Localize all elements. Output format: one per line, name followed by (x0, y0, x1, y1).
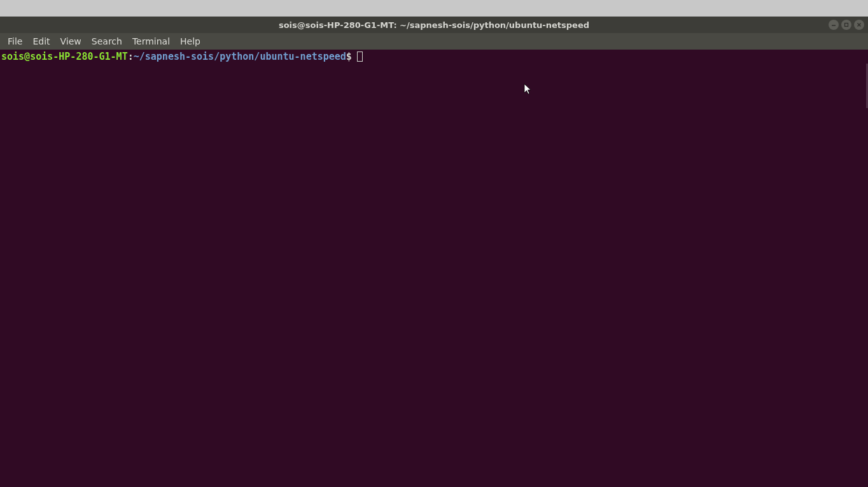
prompt-path: ~/sapnesh-sois/python/ubuntu-netspeed (134, 51, 346, 62)
window-title: sois@sois-HP-280-G1-MT: ~/sapnesh-sois/p… (279, 20, 589, 30)
prompt-colon: : (128, 51, 134, 62)
menu-help[interactable]: Help (175, 34, 206, 48)
svg-rect-1 (845, 24, 848, 27)
menu-view[interactable]: View (55, 34, 87, 48)
close-button[interactable] (854, 20, 864, 30)
menu-bar: File Edit View Search Terminal Help (0, 33, 868, 50)
menu-edit[interactable]: Edit (27, 34, 55, 48)
mouse-pointer-icon (524, 83, 533, 99)
window-title-bar: sois@sois-HP-280-G1-MT: ~/sapnesh-sois/p… (0, 17, 868, 33)
maximize-icon (843, 22, 850, 28)
prompt-user-host: sois@sois-HP-280-G1-MT (1, 51, 128, 62)
menu-terminal[interactable]: Terminal (127, 34, 175, 48)
menu-search[interactable]: Search (87, 34, 127, 48)
text-cursor (357, 51, 363, 62)
terminal-body[interactable]: sois@sois-HP-280-G1-MT:~/sapnesh-sois/py… (0, 50, 868, 487)
menu-file[interactable]: File (3, 34, 27, 48)
minimize-icon (830, 22, 837, 28)
desktop-top-bar (0, 0, 868, 17)
prompt-dollar: $ (346, 51, 352, 62)
window-controls (829, 20, 864, 30)
minimize-button[interactable] (829, 20, 839, 30)
close-icon (856, 22, 862, 28)
prompt-line: sois@sois-HP-280-G1-MT:~/sapnesh-sois/py… (1, 51, 867, 62)
maximize-button[interactable] (841, 20, 851, 30)
